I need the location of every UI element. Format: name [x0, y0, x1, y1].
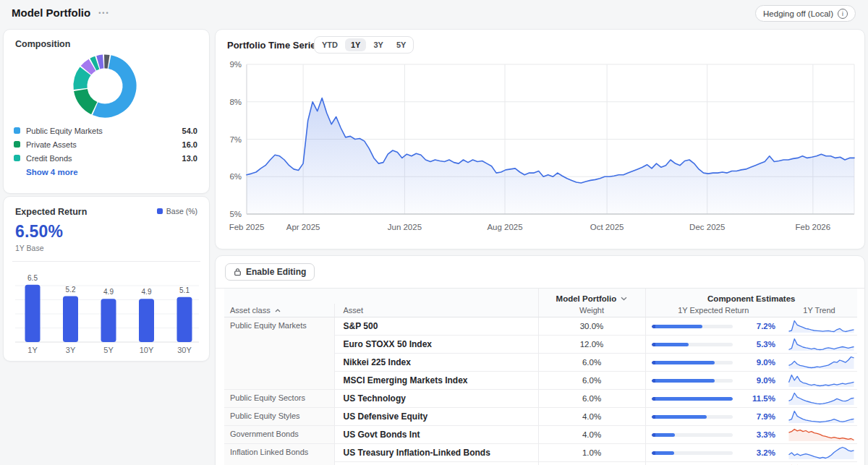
- legend-item[interactable]: Private Assets 16.0: [14, 137, 197, 151]
- group-header-label: Component Estimates: [707, 294, 795, 303]
- component-estimates-group-header: Component Estimates: [645, 289, 857, 304]
- return-bar-fill: [652, 397, 733, 401]
- legend-value: 13.0: [182, 154, 197, 163]
- legend-label: Private Assets: [26, 140, 77, 149]
- tab-1y[interactable]: 1Y: [345, 38, 366, 51]
- return-bar-track[interactable]: [652, 361, 733, 364]
- bar-value-label: 6.5: [27, 274, 38, 282]
- asset-class-cell: Government Bonds: [224, 426, 334, 444]
- return-bar-track[interactable]: [652, 451, 733, 455]
- return-bar-10y[interactable]: [139, 299, 154, 342]
- trend-cell: [781, 390, 857, 408]
- weight-cell[interactable]: 6.0%: [538, 372, 645, 390]
- base-legend: Base (%): [157, 207, 197, 216]
- trend-cell: [781, 336, 857, 354]
- expected-return-subtitle: 1Y Base: [15, 244, 197, 252]
- donut-slice-other-5[interactable]: [98, 61, 103, 62]
- weight-cell[interactable]: 6.0%: [538, 354, 645, 372]
- return-bar-5y[interactable]: [101, 299, 116, 342]
- legend-swatch: [157, 208, 163, 214]
- more-menu-icon[interactable]: •••: [97, 8, 111, 18]
- table-row[interactable]: Public Equity MarketsS&P 50030.0%7.2%: [224, 317, 857, 336]
- composition-legend: Public Equity Markets 54.0 Private Asset…: [4, 122, 209, 165]
- x-axis-tick-label: Feb 2025: [229, 223, 265, 231]
- return-bar-track[interactable]: [652, 433, 733, 437]
- legend-swatch: [14, 141, 20, 148]
- empty-group-header: [224, 289, 538, 304]
- model-portfolio-group-header[interactable]: Model Portfolio: [538, 289, 645, 304]
- page-title: Model Portfolio: [12, 7, 90, 19]
- legend-label: Public Equity Markets: [26, 127, 103, 135]
- table-row[interactable]: Inflation Linked BondsUS Treasury Inflat…: [224, 444, 857, 462]
- expected-return-bar-chart[interactable]: 6.51Y5.23Y4.95Y4.910Y5.130Y: [15, 263, 199, 357]
- return-bar-track[interactable]: [652, 379, 733, 383]
- trend-cell: [781, 372, 857, 390]
- hedging-toggle-button[interactable]: Hedging off (Local) i: [755, 5, 856, 22]
- return-bar-track[interactable]: [652, 343, 733, 346]
- show-more-link[interactable]: Show 4 more: [26, 168, 78, 176]
- composition-donut-chart[interactable]: [4, 51, 210, 122]
- weight-cell[interactable]: 1.0%: [538, 462, 645, 465]
- return-bar-fill: [652, 451, 674, 455]
- table-row[interactable]: Public Equity SectorsUS Technology6.0%11…: [224, 390, 857, 408]
- donut-slice-other-3[interactable]: [86, 65, 93, 70]
- return-value: 5.3%: [757, 340, 775, 349]
- bar-category-label: 1Y: [27, 346, 38, 354]
- trend-cell: [781, 354, 857, 372]
- bar-category-label: 3Y: [66, 346, 76, 354]
- tab-ytd[interactable]: YTD: [316, 38, 344, 51]
- column-header-asset-class[interactable]: Asset class: [224, 304, 334, 317]
- chevron-down-icon: [621, 297, 627, 301]
- table-body: Public Equity MarketsS&P 50030.0%7.2%Eur…: [224, 317, 857, 465]
- trend-sparkline: [787, 355, 856, 370]
- column-header-expected-return[interactable]: 1Y Expected Return: [645, 304, 781, 317]
- asset-name-cell: MSCI Emerging Markets Index: [334, 372, 538, 390]
- enable-editing-button[interactable]: Enable Editing: [225, 263, 315, 281]
- sort-ascending-icon: [275, 309, 281, 312]
- x-axis-tick-label: Feb 2026: [796, 223, 831, 231]
- asset-name-cell: US Treasury Inflation-Linked Bonds: [334, 444, 538, 462]
- donut-slice-private-assets[interactable]: [80, 90, 94, 108]
- weight-cell[interactable]: 4.0%: [538, 408, 645, 426]
- weight-cell[interactable]: 1.0%: [538, 444, 645, 462]
- assets-table-card: Enable Editing Model Portfolio Component…: [215, 255, 865, 465]
- weight-cell[interactable]: 4.0%: [538, 426, 645, 444]
- return-bar-1y[interactable]: [25, 285, 41, 342]
- time-series-line-chart[interactable]: Feb 2025Apr 2025Jun 2025Aug 2025Oct 2025…: [216, 30, 866, 250]
- bar-category-label: 10Y: [140, 346, 154, 354]
- x-axis-tick-label: Oct 2025: [590, 223, 624, 231]
- expected-return-cell: 7.9%: [645, 408, 781, 426]
- return-bar-30y[interactable]: [177, 297, 192, 342]
- trend-cell: [781, 426, 857, 444]
- column-header-label: Asset class: [230, 306, 271, 315]
- bar-value-label: 4.9: [142, 288, 152, 296]
- return-bar-3y[interactable]: [63, 297, 78, 342]
- legend-item[interactable]: Credit Bonds 13.0: [14, 151, 197, 165]
- column-header-trend[interactable]: 1Y Trend: [781, 304, 857, 317]
- weight-cell[interactable]: 30.0%: [538, 317, 645, 336]
- column-header-label: 1Y Expected Return: [678, 306, 749, 315]
- time-series-card: Portfolio Time Series YTD1Y3Y5Y Feb 2025…: [215, 29, 865, 249]
- trend-sparkline: [787, 445, 856, 460]
- donut-slice-credit-bonds[interactable]: [80, 71, 85, 89]
- composition-title: Composition: [4, 30, 209, 49]
- weight-cell[interactable]: 6.0%: [538, 390, 645, 408]
- tab-3y[interactable]: 3Y: [367, 38, 388, 51]
- table-row[interactable]: Public Equity StylesUS Defensive Equity4…: [224, 408, 857, 426]
- tab-5y[interactable]: 5Y: [391, 38, 412, 51]
- column-header-weight[interactable]: Weight: [538, 304, 645, 317]
- expected-return-cell: 0.7%: [645, 462, 781, 465]
- y-axis-tick-label: 8%: [229, 98, 242, 106]
- return-bar-track[interactable]: [652, 397, 733, 401]
- y-axis-tick-label: 6%: [229, 172, 242, 181]
- weight-cell[interactable]: 12.0%: [538, 336, 645, 354]
- asset-name-cell: UK Government Inflation-Linked Bonds: [334, 462, 538, 465]
- column-header-asset[interactable]: Asset: [334, 304, 538, 317]
- donut-slice-other-4[interactable]: [93, 63, 97, 64]
- return-bar-track[interactable]: [652, 325, 733, 328]
- donut-slice-public-equity-markets[interactable]: [95, 62, 129, 111]
- table-row[interactable]: Government BondsUS Govt Bonds Int4.0%3.3…: [224, 426, 857, 444]
- return-bar-track[interactable]: [652, 415, 733, 419]
- return-bar-fill: [652, 325, 702, 328]
- legend-item[interactable]: Public Equity Markets 54.0: [14, 124, 197, 137]
